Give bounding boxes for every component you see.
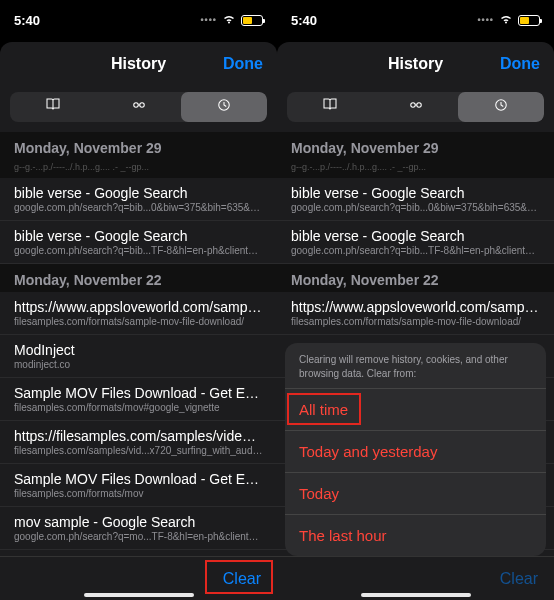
list-item[interactable]: https://www.appsloveworld.com/sample-m..… <box>0 292 277 335</box>
row-title: bible verse - Google Search <box>291 228 540 244</box>
row-sub: google.com.ph/search?q=bib...0&biw=375&b… <box>14 202 263 213</box>
seg-history[interactable] <box>181 92 267 122</box>
seg-bookmarks[interactable] <box>10 92 96 122</box>
row-title: bible verse - Google Search <box>14 228 263 244</box>
section-header: Monday, November 22 <box>277 264 554 292</box>
action-last-hour[interactable]: The last hour <box>285 515 546 556</box>
seg-bookmarks[interactable] <box>287 92 373 122</box>
list-item[interactable]: bible verse - Google Search google.com.p… <box>0 178 277 221</box>
row-title: https://www.appsloveworld.com/sample-m..… <box>14 299 263 315</box>
home-indicator[interactable] <box>361 593 471 597</box>
cellular-icon: •••• <box>477 15 494 25</box>
glasses-icon <box>407 96 425 118</box>
row-sub: filesamples.com/formats/sample-mov-file-… <box>14 316 263 327</box>
row-title: bible verse - Google Search <box>291 185 540 201</box>
row-sub: google.com.ph/search?q=mo...TF-8&hl=en-p… <box>14 531 263 542</box>
sheet-header: History Done <box>277 42 554 86</box>
row-title: mov sample - Google Search <box>14 514 263 530</box>
history-list[interactable]: Monday, November 29 g--g.-...p./----../.… <box>0 132 277 600</box>
home-indicator[interactable] <box>84 593 194 597</box>
status-time: 5:40 <box>14 13 40 28</box>
seg-readinglist[interactable] <box>373 92 459 122</box>
clear-action-sheet: Clearing will remove history, cookies, a… <box>285 343 546 556</box>
row-sub: google.com.ph/search?q=bib...TF-8&hl=en-… <box>14 245 263 256</box>
sheet-header: History Done <box>0 42 277 86</box>
history-sheet: History Done Monday, November 29 g--g.-.… <box>277 42 554 600</box>
book-icon <box>321 96 339 118</box>
list-item[interactable]: mov sample - Google Search google.com.ph… <box>0 507 277 550</box>
status-bar: 5:40 •••• <box>0 0 277 40</box>
wifi-icon <box>499 13 513 28</box>
history-sheet: History Done Monday, November 29 g--g.-.… <box>0 42 277 600</box>
row-sub: filesamples.com/formats/mov#google_vigne… <box>14 402 263 413</box>
status-right: •••• <box>477 13 540 28</box>
action-today-yesterday[interactable]: Today and yesterday <box>285 431 546 473</box>
battery-icon <box>241 15 263 26</box>
section-header: Monday, November 22 <box>0 264 277 292</box>
status-right: •••• <box>200 13 263 28</box>
list-item[interactable]: https://filesamples.com/samples/video/mo… <box>0 421 277 464</box>
screen-right: 5:40 •••• History Done Monday, Novem <box>277 0 554 600</box>
row-title: Sample MOV Files Download - Get Exampl..… <box>14 385 263 401</box>
cellular-icon: •••• <box>200 15 217 25</box>
row-sub: filesamples.com/formats/mov <box>14 488 263 499</box>
action-today[interactable]: Today <box>285 473 546 515</box>
glasses-icon <box>130 96 148 118</box>
clear-button[interactable]: Clear <box>500 570 538 588</box>
row-title: Sample MOV Files Download - Get Exampl..… <box>14 471 263 487</box>
list-item[interactable]: Sample MOV Files Download - Get Exampl..… <box>0 464 277 507</box>
section-header: Monday, November 29 <box>277 132 554 160</box>
action-all-time[interactable]: All time <box>285 389 546 431</box>
action-sheet-description: Clearing will remove history, cookies, a… <box>285 343 546 389</box>
done-button[interactable]: Done <box>500 55 540 73</box>
row-sub: modinject.co <box>14 359 263 370</box>
done-button[interactable]: Done <box>223 55 263 73</box>
page-title: History <box>388 55 443 73</box>
list-item[interactable]: Sample MOV Files Download - Get Exampl..… <box>0 378 277 421</box>
battery-icon <box>518 15 540 26</box>
status-time: 5:40 <box>291 13 317 28</box>
seg-readinglist[interactable] <box>96 92 182 122</box>
row-sub: google.com.ph/search?q=bib...0&biw=375&b… <box>291 202 540 213</box>
wifi-icon <box>222 13 236 28</box>
clear-button[interactable]: Clear <box>223 570 261 588</box>
list-item[interactable]: https://www.appsloveworld.com/sample-m..… <box>277 292 554 335</box>
list-item[interactable]: bible verse - Google Search google.com.p… <box>277 178 554 221</box>
svg-point-3 <box>410 103 415 108</box>
row-title: https://filesamples.com/samples/video/mo… <box>14 428 263 444</box>
svg-point-0 <box>133 103 138 108</box>
list-item[interactable]: g--g.-...p./----../.h.p...g.... .- _--gp… <box>0 160 277 178</box>
clock-icon <box>215 96 233 118</box>
clock-icon <box>492 96 510 118</box>
row-title: https://www.appsloveworld.com/sample-m..… <box>291 299 540 315</box>
segmented-control[interactable] <box>287 92 544 122</box>
row-sub: filesamples.com/formats/sample-mov-file-… <box>291 316 540 327</box>
status-bar: 5:40 •••• <box>277 0 554 40</box>
page-title: History <box>111 55 166 73</box>
seg-history[interactable] <box>458 92 544 122</box>
section-header: Monday, November 29 <box>0 132 277 160</box>
segmented-control[interactable] <box>10 92 267 122</box>
row-sub: google.com.ph/search?q=bib...TF-8&hl=en-… <box>291 245 540 256</box>
book-icon <box>44 96 62 118</box>
list-item[interactable]: bible verse - Google Search google.com.p… <box>0 221 277 264</box>
row-title: bible verse - Google Search <box>14 185 263 201</box>
svg-point-1 <box>139 103 144 108</box>
svg-point-4 <box>416 103 421 108</box>
screen-left: 5:40 •••• History Done Monday, Novem <box>0 0 277 600</box>
list-item[interactable]: ModInject modinject.co <box>0 335 277 378</box>
row-title: ModInject <box>14 342 263 358</box>
list-item[interactable]: bible verse - Google Search google.com.p… <box>277 221 554 264</box>
row-sub: filesamples.com/samples/vid...x720_surfi… <box>14 445 263 456</box>
list-item[interactable]: g--g.-...p./----../.h.p...g.... .- _--gp… <box>277 160 554 178</box>
